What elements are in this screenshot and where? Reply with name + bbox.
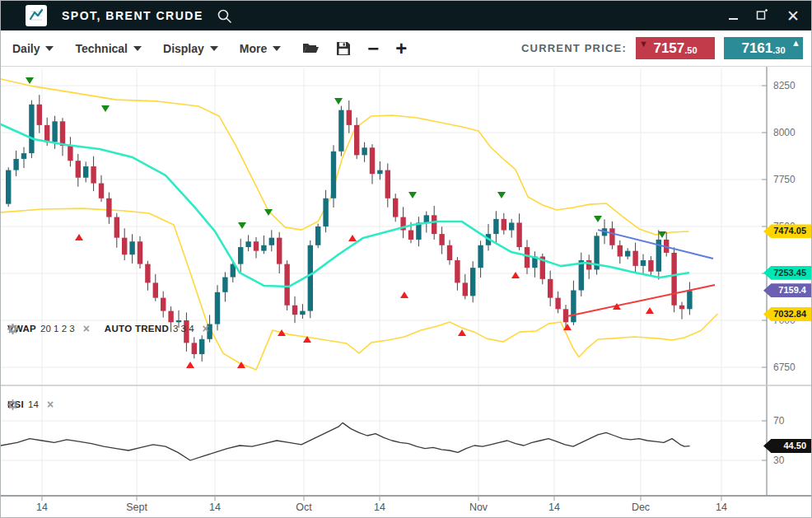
vwap-close-icon[interactable]: × xyxy=(83,324,90,334)
vwap-params: 20 1 2 3 xyxy=(40,324,75,334)
lower-bollinger-band-price-tag: 7032.84 xyxy=(763,307,812,321)
time-axis-label: Nov xyxy=(469,502,488,513)
time-axis-label: 14 xyxy=(209,502,221,513)
time-axis-label: 14 xyxy=(716,502,727,513)
auto-trend-label: AUTO TREND xyxy=(105,324,169,334)
upper-bollinger-band-price-tag: 7474.05 xyxy=(763,224,812,238)
rsi-value-tag: 44.50 xyxy=(763,439,812,453)
rsi-close-icon[interactable]: × xyxy=(47,399,54,409)
rsi-legend-row: RSI 14 × xyxy=(7,399,54,409)
chart-area[interactable]: VWAP 20 1 2 3 × AUTO TREND 3 3 4 × RSI 1… xyxy=(1,67,812,518)
rsi-params: 14 xyxy=(28,399,39,409)
price-axis-label: 7750 xyxy=(773,174,796,185)
time-axis-label: Oct xyxy=(296,502,311,513)
vwap-price-tag: 7253.45 xyxy=(763,266,812,280)
time-axis-label: Dec xyxy=(632,502,650,513)
auto-trend-params: 3 3 4 xyxy=(173,324,194,334)
price-axis-label: 6750 xyxy=(773,362,796,373)
time-axis-label: Sept xyxy=(126,502,147,513)
auto-trend-close-icon[interactable]: × xyxy=(203,324,209,334)
time-axis-label: 14 xyxy=(548,502,560,513)
time-axis-label: 14 xyxy=(374,502,385,513)
time-axis-label: 14 xyxy=(36,502,48,513)
indicator-legend-row: VWAP 20 1 2 3 × AUTO TREND 3 3 4 × xyxy=(7,324,209,334)
rsi-axis-label: 70 xyxy=(773,415,784,427)
last-price-price-tag: 7159.4 xyxy=(763,283,812,297)
price-axis-label: 8250 xyxy=(773,80,796,91)
app-window: SPOT, BRENT CRUDE ✕ Daily xyxy=(0,0,812,518)
price-axis-label: 8000 xyxy=(773,127,796,138)
rsi-axis-label: 30 xyxy=(773,455,784,466)
